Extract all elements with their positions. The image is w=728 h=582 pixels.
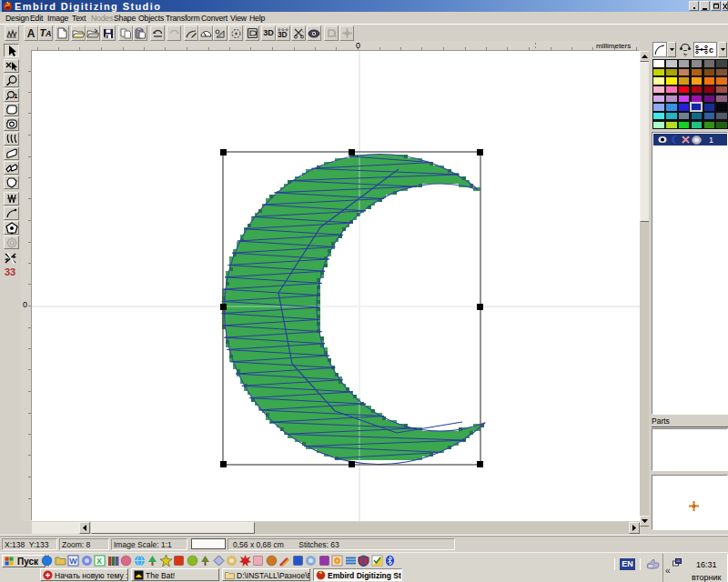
svg-text:X: X xyxy=(96,557,102,566)
svg-text:1: 1 xyxy=(14,92,18,100)
svg-text:c: c xyxy=(709,45,713,55)
svg-text:3D: 3D xyxy=(278,30,288,39)
svg-text:W: W xyxy=(69,557,77,566)
